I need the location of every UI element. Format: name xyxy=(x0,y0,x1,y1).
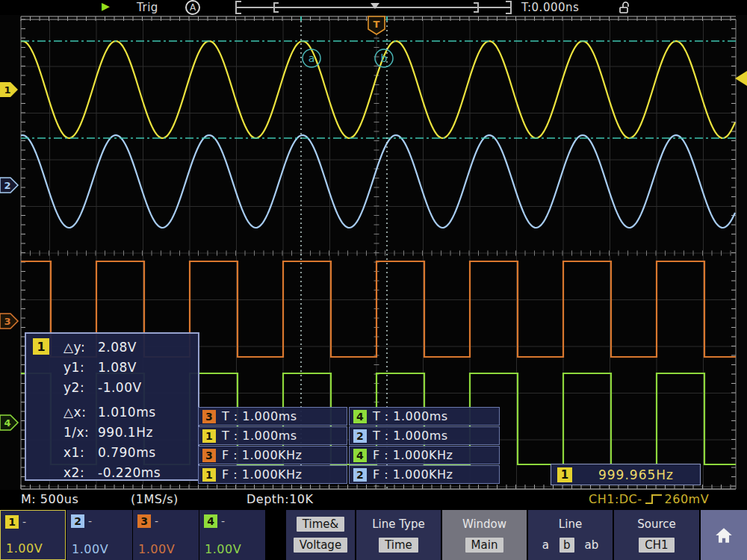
sample-rate-readout: (1MS/s) xyxy=(131,492,179,506)
freq-value: 999.965Hz xyxy=(572,467,700,482)
measure-ch2-frequency: 2F : 1.000KHz xyxy=(349,465,500,484)
menu-line-option-ab[interactable]: ab xyxy=(585,538,599,552)
menu-source-title: Source xyxy=(637,517,676,531)
channel2-coupling-mark: - xyxy=(88,515,92,527)
measure-text: F : 1.000KHz xyxy=(373,448,453,462)
ch1-badge: 1 xyxy=(202,468,216,482)
trigger-level-marker[interactable] xyxy=(735,71,747,86)
lock-shackle-open xyxy=(623,2,628,7)
waveform-ch2 xyxy=(21,135,735,228)
menu-window-title: Window xyxy=(462,517,506,531)
menu-window-value[interactable]: Main xyxy=(465,538,504,553)
menu-line-type-value[interactable]: Time xyxy=(379,538,418,553)
measure-text: F : 1.000KHz xyxy=(373,467,453,482)
measure-ch1-frequency: 1F : 1.000KHz xyxy=(198,465,347,484)
cursor-y1-value: 1.08V xyxy=(98,360,137,375)
channel1-position-marker[interactable]: 1 xyxy=(0,82,18,97)
cursor-dy-label: △y: xyxy=(63,337,98,358)
trigger-level-text: 260mV xyxy=(665,492,710,506)
channel2-position-marker[interactable]: 2 xyxy=(0,178,18,193)
cursor-1overx-row: 1/x:990.1Hz xyxy=(63,423,198,443)
rising-edge-icon xyxy=(644,493,663,506)
cursor-y1-label: y1: xyxy=(63,358,98,378)
measure-ch1-period: 1T : 1.000ms xyxy=(198,426,347,445)
cursor-1overx-value: 990.1Hz xyxy=(98,425,153,440)
channel4-position-marker[interactable]: 4 xyxy=(0,415,18,430)
channel3-box[interactable]: 3- 1.00V xyxy=(133,510,199,560)
menu-source-value[interactable]: CH1 xyxy=(639,538,674,553)
channel1-marker-number: 1 xyxy=(4,84,10,96)
cursor-y2-row: y2:-1.00V xyxy=(63,378,198,398)
trigger-settings-readout: CH1:DC- 260mV xyxy=(589,492,709,506)
cursor-dy-value: 2.08V xyxy=(98,340,137,355)
cursor-label-b: b xyxy=(381,52,388,64)
lock-body xyxy=(620,7,627,13)
channel3-marker-number: 3 xyxy=(4,316,10,327)
cursor-dx-label: △x: xyxy=(63,402,98,423)
menu-time-voltage-line2[interactable]: Voltage xyxy=(294,538,347,553)
channel4-coupling-mark: - xyxy=(221,515,225,527)
ch2-badge: 2 xyxy=(353,429,367,443)
cursor-x2-value: -0.220ms xyxy=(98,465,161,480)
measure-ch3-frequency: 3F : 1.000KHz xyxy=(198,446,347,464)
trig-status-label: Trig xyxy=(137,1,158,14)
cursor-1overx-label: 1/x: xyxy=(63,423,98,443)
menu-line-type[interactable]: Line Type Time xyxy=(356,510,441,560)
menu-line[interactable]: Line a b ab xyxy=(528,510,613,560)
measurement-table: 3T : 1.000ms 4T : 1.000ms 1T : 1.000ms 2… xyxy=(198,407,500,484)
channel3-position-marker[interactable]: 3 xyxy=(0,314,18,329)
channel2-scale: 1.00V xyxy=(72,542,108,556)
cursor-x1-label: x1: xyxy=(63,443,98,463)
channel1-coupling-mark: - xyxy=(22,516,26,528)
ch2-badge: 2 xyxy=(353,468,367,482)
waveform-ch1 xyxy=(21,41,735,138)
freq-channel-badge: 1 xyxy=(557,467,572,482)
cursor-label-a: a xyxy=(309,52,315,64)
cursor-x2-label: x2: xyxy=(63,463,98,483)
frequency-counter: 1 999.965Hz xyxy=(551,464,701,485)
cursor-measurement-panel: 1 △y:2.08V y1:1.08V y2:-1.00V △x:1.010ms… xyxy=(25,332,199,481)
channel4-box[interactable]: 4- 1.00V xyxy=(199,510,265,560)
cursor-y2-value: -1.00V xyxy=(98,380,142,395)
channel3-coupling-mark: - xyxy=(155,515,158,527)
menu-line-title: Line xyxy=(559,517,582,531)
cursor-dy-row: △y:2.08V xyxy=(63,337,198,358)
ch4-badge: 4 xyxy=(353,410,367,423)
home-icon xyxy=(714,526,734,544)
channel4-scale: 1.00V xyxy=(205,542,241,556)
menu-time-voltage-line1[interactable]: Time& xyxy=(297,517,344,532)
auto-trigger-icon: A xyxy=(185,0,200,15)
measure-text: F : 1.000KHz xyxy=(222,467,303,482)
cursor-x1-row: x1:0.790ms xyxy=(63,443,198,463)
channel3-badge: 3 xyxy=(137,514,151,528)
menu-source[interactable]: Source CH1 xyxy=(614,510,699,560)
channel2-badge: 2 xyxy=(71,514,84,528)
channel4-badge: 4 xyxy=(204,514,217,528)
channel1-scale: 1.00V xyxy=(6,541,43,556)
channel2-box[interactable]: 2- 1.00V xyxy=(66,510,132,560)
measure-ch4-period: 4T : 1.000ms xyxy=(349,407,500,426)
unlock-icon[interactable] xyxy=(619,1,632,14)
menu-line-option-b[interactable]: b xyxy=(560,538,574,553)
cursor-y1-row: y1:1.08V xyxy=(63,358,198,378)
menu-line-type-title: Line Type xyxy=(372,517,424,531)
ch1-badge: 1 xyxy=(202,429,216,443)
measure-ch2-period: 2T : 1.000ms xyxy=(349,426,500,445)
menu-time-voltage[interactable]: Time& Voltage xyxy=(286,510,355,560)
menu-line-option-a[interactable]: a xyxy=(542,538,549,552)
home-button[interactable] xyxy=(701,510,747,560)
trigger-position-marker[interactable]: T xyxy=(368,16,385,34)
channel1-box[interactable]: 1- 1.00V xyxy=(0,510,66,560)
cursor-dx-row: △x:1.010ms xyxy=(63,402,198,423)
top-status-bar: ▶ Trig A T:0.000ns xyxy=(0,0,747,15)
measure-text: T : 1.000ms xyxy=(373,409,448,423)
measure-text: T : 1.000ms xyxy=(222,409,297,423)
cursor-panel-channel-badge: 1 xyxy=(33,338,49,355)
menu-window[interactable]: Window Main xyxy=(442,510,527,560)
ch3-badge: 3 xyxy=(202,410,216,423)
timebase-readout: M: 500us xyxy=(21,492,78,506)
run-play-icon[interactable]: ▶ xyxy=(102,0,110,12)
horizontal-position-indicator[interactable] xyxy=(232,0,515,15)
cursor-y2-label: y2: xyxy=(63,378,98,398)
ch4-badge: 4 xyxy=(353,449,367,462)
